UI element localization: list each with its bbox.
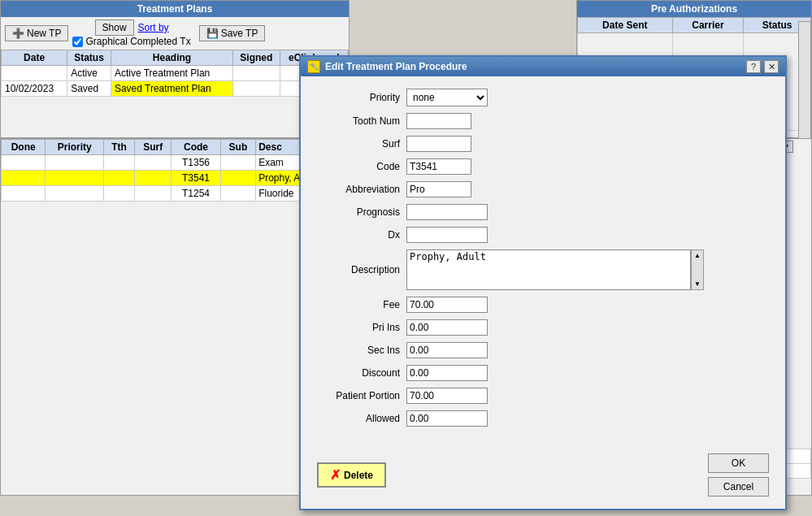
plus-icon: ➕ <box>12 28 24 39</box>
sec-ins-input[interactable] <box>406 342 488 358</box>
patient-portion-label: Patient Portion <box>317 390 406 401</box>
patient-portion-input[interactable] <box>406 388 488 404</box>
priority-label: Priority <box>317 92 406 103</box>
pri-ins-input[interactable] <box>406 319 488 336</box>
close-button[interactable]: ✕ <box>764 60 779 73</box>
col-heading: Heading <box>111 50 232 66</box>
col-sub: Sub <box>220 140 256 155</box>
priority-select[interactable]: none 12345 <box>406 89 488 106</box>
edit-treatment-plan-dialog: 🔧 Edit Treatment Plan Procedure ? ✕ Prio… <box>299 55 787 510</box>
prognosis-row: Prognosis <box>317 204 769 220</box>
patient-portion-row: Patient Portion <box>317 388 769 404</box>
col-code: Code <box>172 140 220 155</box>
help-button[interactable]: ? <box>746 60 761 73</box>
fee-input[interactable] <box>406 297 488 313</box>
delete-label: Delete <box>344 470 373 481</box>
prognosis-label: Prognosis <box>317 206 406 218</box>
table-row[interactable]: Active Active Treatment Plan <box>2 66 349 81</box>
dialog-icon: 🔧 <box>307 60 320 73</box>
description-label: Description <box>317 264 406 275</box>
col-date-sent: Date Sent <box>578 18 673 33</box>
save-icon: 💾 <box>206 28 219 39</box>
table-row[interactable]: T1254 Fluoride <box>2 186 349 202</box>
code-row: Code <box>317 158 769 175</box>
fee-row: Fee <box>317 297 769 313</box>
treatment-procedure-table: Done Priority Tth Surf Code Sub Desc T13… <box>1 139 349 231</box>
ok-button[interactable]: OK <box>708 453 769 473</box>
treatment-plans-panel: Treatment Plans ➕ New TP Show Sort by Gr… <box>0 0 350 138</box>
total-row: Total <box>2 216 349 231</box>
pre-auth-scrollbar[interactable] <box>798 21 811 139</box>
dx-row: Dx <box>317 227 769 243</box>
pri-ins-row: Pri Ins <box>317 319 769 336</box>
allowed-row: Allowed <box>317 410 769 427</box>
dx-input[interactable] <box>406 227 488 243</box>
table-row[interactable]: 10/02/2023 Saved Saved Treatment Plan <box>2 81 349 97</box>
discount-input[interactable] <box>406 365 488 381</box>
treatment-table-panel: Done Priority Tth Surf Code Sub Desc T13… <box>0 138 350 496</box>
dialog-titlebar: 🔧 Edit Treatment Plan Procedure ? ✕ <box>301 57 785 76</box>
surf-row: Surf <box>317 136 769 152</box>
tooth-num-input[interactable] <box>406 113 471 129</box>
new-tp-button[interactable]: ➕ New TP <box>5 25 68 41</box>
dialog-title: Edit Treatment Plan Procedure <box>325 61 467 72</box>
cancel-button[interactable]: Cancel <box>708 477 769 496</box>
prognosis-input[interactable] <box>406 204 488 220</box>
sec-ins-label: Sec Ins <box>317 345 406 356</box>
sort-by-button[interactable]: Sort by <box>138 22 169 33</box>
col-surf: Surf <box>134 140 172 155</box>
table-row[interactable]: T3541 Prophy, Adult <box>2 171 349 186</box>
graphical-label: Graphical Completed Tx <box>85 36 190 47</box>
status-active: Active <box>67 66 111 81</box>
discount-label: Discount <box>317 367 406 379</box>
fee-label: Fee <box>317 299 406 310</box>
dialog-footer: ✗ Delete OK Cancel <box>301 445 785 509</box>
col-done: Done <box>2 140 46 155</box>
dx-label: Dx <box>317 229 406 241</box>
abbreviation-row: Abbreviation <box>317 181 769 197</box>
dialog-body: Priority none 12345 Tooth Num Surf Code <box>301 76 785 445</box>
col-signed: Signed <box>233 50 280 66</box>
description-row: Description Prophy, Adult ▲ ▼ <box>317 249 769 290</box>
subtotal-row: Subtotal <box>2 202 349 217</box>
code-input[interactable] <box>406 158 471 175</box>
tooth-num-label: Tooth Num <box>317 115 406 127</box>
allowed-input[interactable] <box>406 410 488 427</box>
treatment-plans-header: Treatment Plans <box>1 1 349 17</box>
discount-row: Discount <box>317 365 769 381</box>
col-tth: Tth <box>104 140 135 155</box>
surf-input[interactable] <box>406 136 471 152</box>
pri-ins-label: Pri Ins <box>317 322 406 333</box>
abbreviation-input[interactable] <box>406 181 471 197</box>
col-status: Status <box>67 50 111 66</box>
treatment-plans-table: Date Status Heading Signed eClipboard Ac… <box>1 50 349 97</box>
save-tp-button[interactable]: 💾 Save TP <box>199 25 266 41</box>
description-scrollbar[interactable]: ▲ ▼ <box>691 249 704 290</box>
delete-x-icon: ✗ <box>330 467 341 483</box>
table-row[interactable]: T1356 Exam <box>2 155 349 171</box>
col-date: Date <box>2 50 67 66</box>
delete-button[interactable]: ✗ Delete <box>317 462 386 488</box>
graphical-checkbox[interactable] <box>72 37 83 47</box>
col-carrier: Carrier <box>672 18 744 33</box>
pre-auth-header: Pre Authorizations <box>577 1 811 17</box>
tp-toolbar: ➕ New TP Show Sort by Graphical Complete… <box>1 17 349 50</box>
code-label: Code <box>317 161 406 172</box>
scroll-down-icon[interactable]: ▼ <box>693 279 702 289</box>
surf-label: Surf <box>317 138 406 150</box>
sec-ins-row: Sec Ins <box>317 342 769 358</box>
tooth-num-row: Tooth Num <box>317 113 769 129</box>
scroll-up-icon[interactable]: ▲ <box>693 250 702 261</box>
graphical-checkbox-row: Graphical Completed Tx <box>72 36 190 47</box>
abbreviation-label: Abbreviation <box>317 184 406 195</box>
col-priority: Priority <box>46 140 104 155</box>
show-button[interactable]: Show <box>95 20 134 36</box>
allowed-label: Allowed <box>317 413 406 424</box>
description-textarea[interactable]: Prophy, Adult <box>406 249 691 290</box>
priority-row: Priority none 12345 <box>317 89 769 106</box>
